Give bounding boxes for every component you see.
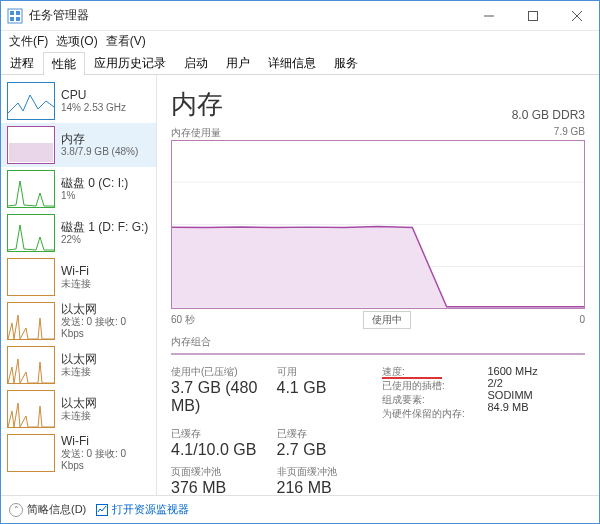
sidebar-item-sub: 未连接 [61, 410, 97, 422]
disk-mini-chart [7, 214, 55, 252]
tabs: 进程性能应用历史记录启动用户详细信息服务 [1, 51, 599, 75]
metric-cached-label: 已缓存 [277, 427, 375, 441]
sidebar-item-mem-1[interactable]: 内存3.8/7.9 GB (48%) [1, 123, 156, 167]
open-resource-monitor-label: 打开资源监视器 [112, 502, 189, 517]
tab-1[interactable]: 性能 [43, 52, 85, 75]
titlebar: 任务管理器 [1, 1, 599, 31]
metric-commit-value: 4.1/10.0 GB [171, 441, 269, 459]
chart-max: 7.9 GB [554, 126, 585, 140]
chart-time-label: 60 秒 [171, 313, 195, 327]
monitor-icon [96, 504, 108, 516]
sidebar-item-sub: 3.8/7.9 GB (48%) [61, 146, 138, 158]
sidebar-item-sub: 14% 2.53 GHz [61, 102, 126, 114]
eth-mini-chart [7, 346, 55, 384]
sidebar-item-sub: 1% [61, 190, 128, 202]
svg-rect-2 [16, 11, 20, 15]
sidebar-item-disk-3[interactable]: 磁盘 1 (D: F: G:)22% [1, 211, 156, 255]
menu-options[interactable]: 选项(O) [54, 33, 99, 50]
sidebar-item-label: 以太网 [61, 396, 97, 410]
tab-3[interactable]: 启动 [175, 51, 217, 74]
chart-mid-label: 使用中 [363, 311, 411, 329]
sidebar-item-sub: 发送: 0 接收: 0 Kbps [61, 316, 150, 340]
metric-slots-label: 已使用的插槽: [382, 379, 480, 393]
minimize-button[interactable] [467, 1, 511, 30]
metric-form-value: SODIMM [488, 389, 586, 401]
comp-title: 内存组合 [171, 335, 211, 349]
chart-zero-label: 0 [579, 314, 585, 325]
metric-hw-label: 为硬件保留的内存: [382, 407, 480, 421]
sidebar-item-wifi-8[interactable]: Wi-Fi发送: 0 接收: 0 Kbps [1, 431, 156, 475]
metric-form-label: 组成要素: [382, 393, 480, 407]
sidebar-item-sub: 未连接 [61, 366, 97, 378]
app-icon [7, 8, 23, 24]
svg-rect-9 [9, 143, 53, 162]
sidebar-item-wifi-4[interactable]: Wi-Fi未连接 [1, 255, 156, 299]
metric-used-value: 3.7 GB (480 MB) [171, 379, 269, 415]
metric-commit-label: 已缓存 [171, 427, 269, 441]
toggle-details[interactable]: ˄ 简略信息(D) [9, 502, 86, 517]
wifi-mini-chart [7, 434, 55, 472]
chevron-up-icon: ˄ [9, 503, 23, 517]
metric-paged-label: 页面缓冲池 [171, 465, 269, 479]
svg-marker-13 [172, 226, 584, 307]
sidebar-item-eth-7[interactable]: 以太网未连接 [1, 387, 156, 431]
memory-metrics: 使用中(已压缩) 3.7 GB (480 MB) 可用 4.1 GB 速度: 已… [171, 365, 585, 497]
tab-4[interactable]: 用户 [217, 51, 259, 74]
sidebar-item-label: 以太网 [61, 352, 97, 366]
metric-cached-value: 2.7 GB [277, 441, 375, 459]
eth-mini-chart [7, 302, 55, 340]
close-button[interactable] [555, 1, 599, 30]
chart-title: 内存使用量 [171, 126, 221, 140]
metric-nonpaged-label: 非页面缓冲池 [277, 465, 375, 479]
tab-5[interactable]: 详细信息 [259, 51, 325, 74]
sidebar-item-label: Wi-Fi [61, 264, 91, 278]
toggle-details-label: 简略信息(D) [27, 502, 86, 517]
memory-composition-chart [171, 353, 585, 355]
open-resource-monitor-link[interactable]: 打开资源监视器 [96, 502, 189, 517]
disk-mini-chart [7, 170, 55, 208]
sidebar-item-sub: 发送: 0 接收: 0 Kbps [61, 448, 150, 472]
sidebar-item-eth-5[interactable]: 以太网发送: 0 接收: 0 Kbps [1, 299, 156, 343]
eth-mini-chart [7, 390, 55, 428]
sidebar-item-disk-2[interactable]: 磁盘 0 (C: I:)1% [1, 167, 156, 211]
menu-view[interactable]: 查看(V) [104, 33, 148, 50]
sidebar-item-sub: 22% [61, 234, 148, 246]
svg-rect-6 [529, 11, 538, 20]
wifi-mini-chart [7, 258, 55, 296]
page-title: 内存 [171, 87, 223, 122]
memory-pane: 内存 8.0 GB DDR3 内存使用量 7.9 GB 60 秒 使用中 [157, 75, 599, 495]
sidebar-item-cpu-0[interactable]: CPU14% 2.53 GHz [1, 79, 156, 123]
svg-rect-3 [10, 17, 14, 21]
svg-rect-1 [10, 11, 14, 15]
window-title: 任务管理器 [29, 7, 467, 24]
metric-used-label: 使用中(已压缩) [171, 365, 269, 379]
tab-0[interactable]: 进程 [1, 51, 43, 74]
cpu-mini-chart [7, 82, 55, 120]
sidebar-item-label: 磁盘 0 (C: I:) [61, 176, 128, 190]
sidebar-item-label: 内存 [61, 132, 138, 146]
metric-speed-value: 1600 MHz [488, 365, 586, 377]
metric-slots-value: 2/2 [488, 377, 586, 389]
metric-avail-value: 4.1 GB [277, 379, 375, 397]
svg-rect-4 [16, 17, 20, 21]
sidebar-item-label: CPU [61, 88, 126, 102]
memory-total: 8.0 GB DDR3 [512, 108, 585, 122]
menu-bar: 文件(F) 选项(O) 查看(V) [1, 31, 599, 51]
menu-file[interactable]: 文件(F) [7, 33, 50, 50]
tab-6[interactable]: 服务 [325, 51, 367, 74]
sidebar-item-label: Wi-Fi [61, 434, 150, 448]
sidebar-item-sub: 未连接 [61, 278, 91, 290]
sidebar-item-label: 以太网 [61, 302, 150, 316]
metric-hw-value: 84.9 MB [488, 401, 586, 413]
maximize-button[interactable] [511, 1, 555, 30]
metric-avail-label: 可用 [277, 365, 375, 379]
footer: ˄ 简略信息(D) 打开资源监视器 [1, 495, 599, 523]
sidebar: CPU14% 2.53 GHz内存3.8/7.9 GB (48%)磁盘 0 (C… [1, 75, 157, 495]
sidebar-item-label: 磁盘 1 (D: F: G:) [61, 220, 148, 234]
sidebar-item-eth-6[interactable]: 以太网未连接 [1, 343, 156, 387]
tab-2[interactable]: 应用历史记录 [85, 51, 175, 74]
mem-mini-chart [7, 126, 55, 164]
memory-chart [171, 140, 585, 309]
